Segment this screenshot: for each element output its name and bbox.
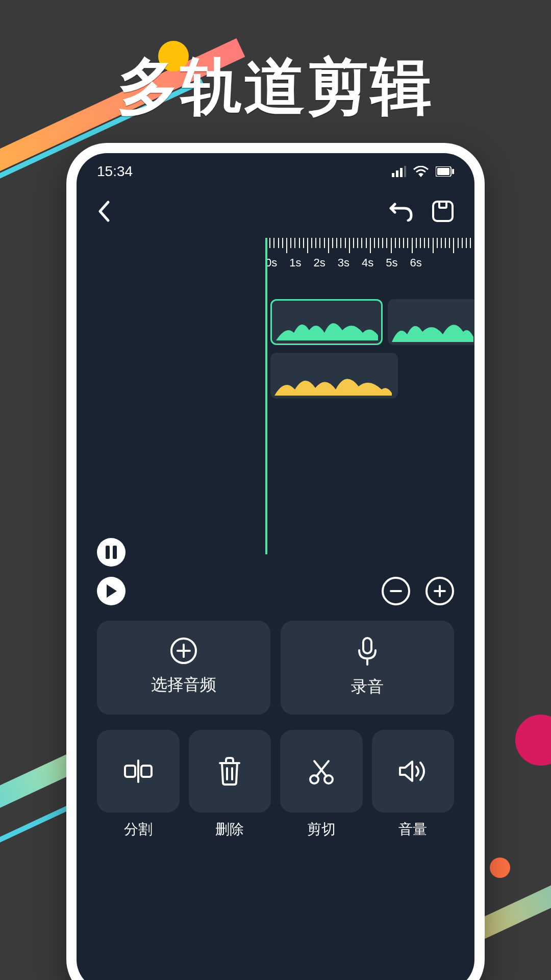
playhead[interactable] <box>265 238 267 554</box>
timeline-area[interactable]: // generated below via loop substitute —… <box>77 238 474 605</box>
split-button[interactable]: 分割 <box>97 730 180 839</box>
volume-label: 音量 <box>398 820 427 839</box>
play-button[interactable] <box>97 577 126 605</box>
ruler-label: 5s <box>386 256 397 270</box>
timeline-ruler: // generated below via loop substitute —… <box>265 238 474 274</box>
bg-decoration <box>515 715 551 766</box>
svg-rect-6 <box>452 169 454 174</box>
ruler-label: 1s <box>289 256 301 270</box>
audio-clip-selected[interactable] <box>270 299 383 345</box>
delete-button[interactable]: 删除 <box>189 730 271 839</box>
cut-button[interactable]: 剪切 <box>280 730 363 839</box>
svg-rect-8 <box>439 202 446 208</box>
svg-rect-3 <box>404 166 406 177</box>
waveform-icon <box>392 311 473 342</box>
select-audio-button[interactable]: 选择音频 <box>97 621 270 715</box>
svg-rect-2 <box>400 168 403 177</box>
phone-frame: 15:34 <box>66 143 485 980</box>
save-button[interactable] <box>432 200 454 223</box>
svg-rect-5 <box>437 168 449 175</box>
svg-line-27 <box>314 761 327 776</box>
status-bar: 15:34 <box>77 153 474 185</box>
svg-rect-10 <box>113 546 117 559</box>
svg-rect-0 <box>392 173 394 177</box>
cut-label: 剪切 <box>307 820 336 839</box>
microphone-icon <box>356 637 379 667</box>
wifi-icon <box>413 166 429 177</box>
promo-title: 多轨道剪辑 <box>0 46 551 129</box>
svg-rect-17 <box>363 638 371 653</box>
status-time: 15:34 <box>97 163 133 180</box>
volume-button[interactable]: 音量 <box>372 730 455 839</box>
ruler-label: 3s <box>338 256 349 270</box>
speaker-icon <box>398 758 428 784</box>
svg-rect-7 <box>433 202 453 221</box>
phone-screen: 15:34 <box>77 153 474 980</box>
trash-icon <box>217 757 242 786</box>
ruler-label: 4s <box>362 256 373 270</box>
undo-button[interactable] <box>389 201 413 222</box>
select-audio-label: 选择音频 <box>151 674 216 696</box>
battery-icon <box>436 166 454 177</box>
split-label: 分割 <box>124 820 153 839</box>
svg-rect-9 <box>106 546 110 559</box>
signal-icon <box>392 166 406 177</box>
record-button[interactable]: 录音 <box>281 621 454 715</box>
zoom-in-button[interactable] <box>425 577 454 605</box>
svg-rect-1 <box>396 170 398 177</box>
ruler-label: 2s <box>314 256 325 270</box>
svg-line-26 <box>316 761 329 776</box>
split-icon <box>123 758 154 784</box>
app-header <box>77 185 474 238</box>
audio-clip[interactable] <box>270 353 398 399</box>
audio-clip[interactable] <box>388 299 474 345</box>
delete-label: 删除 <box>215 820 244 839</box>
back-button[interactable] <box>97 200 111 223</box>
plus-circle-icon <box>170 637 197 665</box>
pause-button[interactable] <box>97 538 126 567</box>
record-label: 录音 <box>351 676 384 698</box>
bg-decoration <box>490 857 510 878</box>
svg-rect-20 <box>141 766 152 777</box>
svg-rect-19 <box>125 766 135 777</box>
ruler-label: 6s <box>410 256 422 270</box>
scissors-icon <box>307 757 336 786</box>
waveform-icon <box>274 365 392 396</box>
waveform-icon <box>276 310 378 340</box>
zoom-out-button[interactable] <box>382 577 410 605</box>
